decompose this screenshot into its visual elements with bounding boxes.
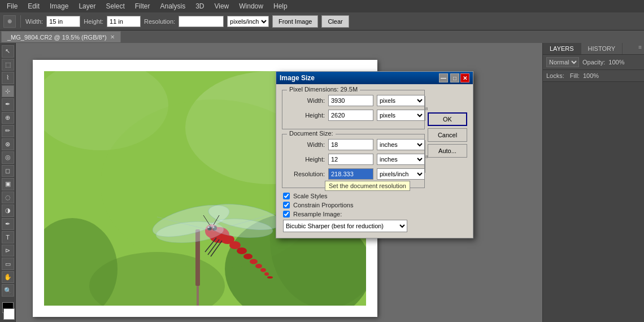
auto-button[interactable]: Auto... (428, 144, 467, 158)
doc-chain-icon: 8 (425, 140, 425, 173)
tool-history[interactable]: ◎ (2, 151, 14, 164)
front-image-button[interactable]: Front Image (272, 15, 318, 28)
height-input[interactable] (107, 16, 141, 27)
resample-image-label: Resample Image: (293, 211, 342, 217)
tab-close-icon[interactable]: ✕ (110, 34, 115, 40)
resolution-input[interactable] (179, 16, 224, 27)
fill-value: 100% (583, 72, 599, 79)
pixel-width-unit-select[interactable]: pixels percent (377, 95, 425, 106)
tool-eraser[interactable]: ◻ (2, 165, 14, 177)
opacity-value: 100% (608, 59, 624, 66)
tool-text[interactable]: T (2, 231, 14, 243)
doc-width-label: Width: (288, 141, 325, 148)
tool-hand[interactable]: ✋ (2, 271, 14, 284)
checkboxes-area: Scale Styles Constrain Proportions Resam… (282, 193, 425, 232)
dialog-close-button[interactable]: ✕ (460, 73, 469, 82)
doc-height-unit-select[interactable]: inches cm (377, 154, 425, 165)
dialog-titlebar: Image Size — □ ✕ (276, 72, 473, 84)
doc-height-row: Height: inches cm (288, 154, 425, 165)
dialog-action-buttons: OK Cancel Auto... (428, 112, 467, 158)
svg-point-13 (237, 247, 247, 254)
resample-image-row: Resample Image: (283, 211, 424, 217)
pixel-chain-icon: 8 (425, 96, 425, 121)
pixel-height-label: Height: (288, 112, 325, 119)
dialog-body: Pixel Dimensions: 29.5M Width: pixels pe… (276, 84, 473, 238)
menu-view[interactable]: View (210, 1, 233, 11)
resolution-field-input[interactable] (328, 168, 373, 180)
constrain-proportions-checkbox[interactable] (283, 202, 290, 208)
clear-button[interactable]: Clear (321, 15, 349, 28)
right-panel: LAYERS HISTORY ≡ Normal Opacity: 100% Lo… (542, 43, 644, 322)
resample-image-checkbox[interactable] (283, 211, 290, 217)
resample-method-select[interactable]: Bicubic Sharper (best for reduction) (283, 220, 407, 232)
pixel-height-input[interactable] (328, 110, 373, 121)
tool-lasso[interactable]: ⌇ (2, 72, 14, 84)
tool-eyedropper[interactable]: ✒ (2, 98, 14, 111)
options-toolbar: ⊕ Width: Height: Resolution: pixels/inch… (0, 12, 644, 31)
layers-tab[interactable]: LAYERS (543, 43, 581, 54)
left-toolbar: ↖ ⬚ ⌇ ⊹ ✒ ⊕ ✏ ⊗ ◎ ◻ ▣ ◌ ◑ ✒ T ⊳ ▭ ✋ 🔍 (0, 43, 16, 322)
tool-shape[interactable]: ▭ (2, 258, 14, 270)
menu-window[interactable]: Window (234, 1, 268, 11)
svg-point-19 (267, 276, 273, 279)
main-area: ↖ ⬚ ⌇ ⊹ ✒ ⊕ ✏ ⊗ ◎ ◻ ▣ ◌ ◑ ✒ T ⊳ ▭ ✋ 🔍 (0, 43, 644, 322)
menu-file[interactable]: File (2, 1, 22, 11)
pixel-width-row: Width: pixels percent (288, 95, 425, 106)
tool-crop[interactable]: ⊹ (2, 85, 14, 98)
opacity-label: Opacity: (582, 59, 605, 66)
resolution-unit-select[interactable]: pixels/inch (227, 16, 269, 27)
doc-width-input[interactable] (328, 139, 373, 150)
menu-3d[interactable]: 3D (191, 1, 208, 11)
blend-mode-select[interactable]: Normal (546, 57, 579, 67)
scale-styles-checkbox[interactable] (283, 193, 290, 199)
resolution-field-label: Resolution: (288, 171, 325, 177)
fill-row: Locks: Fill: 100% (543, 70, 644, 82)
tool-select[interactable]: ⬚ (2, 59, 14, 71)
resolution-unit-field-select[interactable]: pixels/inch pixels/cm (377, 168, 425, 180)
resolution-tooltip: Set the document resolution (325, 181, 410, 191)
tool-path[interactable]: ⊳ (2, 245, 14, 257)
tool-zoom[interactable]: 🔍 (2, 284, 14, 297)
tab-bar: _MG_9804.CR2 @ 19.5% (RGB/8*) ✕ (0, 31, 644, 43)
divider (20, 15, 21, 28)
tool-heal[interactable]: ⊕ (2, 112, 14, 124)
svg-point-12 (229, 241, 241, 249)
menu-filter[interactable]: Filter (130, 1, 155, 11)
menubar: File Edit Image Layer Select Filter Anal… (0, 0, 644, 12)
ok-button[interactable]: OK (428, 112, 467, 126)
menu-select[interactable]: Select (101, 1, 129, 11)
cancel-button[interactable]: Cancel (428, 128, 467, 142)
pixel-width-input[interactable] (328, 95, 373, 106)
resolution-label: Resolution: (144, 18, 175, 25)
dialog-maximize-button[interactable]: □ (450, 73, 459, 82)
menu-layer[interactable]: Layer (74, 1, 100, 11)
svg-point-14 (243, 254, 253, 259)
tool-dodge[interactable]: ◑ (2, 204, 14, 217)
pixel-height-row: Height: pixels percent (288, 110, 425, 121)
tool-move[interactable]: ↖ (2, 45, 14, 58)
document-size-group: Document Size: Width: inches cm mm (282, 134, 425, 188)
document-tab[interactable]: _MG_9804.CR2 @ 19.5% (RGB/8*) ✕ (1, 31, 121, 42)
width-label: Width: (25, 18, 43, 25)
dialog-minimize-button[interactable]: — (439, 73, 448, 82)
tool-pen[interactable]: ✒ (2, 218, 14, 230)
background-color[interactable] (3, 308, 15, 320)
menu-image[interactable]: Image (45, 1, 73, 11)
tool-clone[interactable]: ⊗ (2, 138, 14, 151)
tool-brush[interactable]: ✏ (2, 125, 14, 137)
menu-edit[interactable]: Edit (23, 1, 44, 11)
menu-analysis[interactable]: Analysis (155, 1, 190, 11)
scale-styles-row: Scale Styles (283, 193, 424, 199)
doc-width-unit-select[interactable]: inches cm mm (377, 139, 425, 150)
history-tab[interactable]: HISTORY (581, 43, 623, 54)
canvas-area: LAYERS HISTORY ≡ Normal Opacity: 100% Lo… (16, 43, 644, 322)
tool-icon: ⊕ (3, 15, 16, 28)
doc-height-input[interactable] (328, 154, 373, 165)
tool-gradient[interactable]: ▣ (2, 178, 14, 190)
tool-blur[interactable]: ◌ (2, 192, 14, 204)
pixel-dimensions-group: Pixel Dimensions: 29.5M Width: pixels pe… (282, 90, 425, 129)
width-input[interactable] (46, 16, 80, 27)
menu-help[interactable]: Help (269, 1, 292, 11)
panel-menu-icon[interactable]: ≡ (636, 43, 644, 54)
pixel-height-unit-select[interactable]: pixels percent (377, 110, 425, 121)
